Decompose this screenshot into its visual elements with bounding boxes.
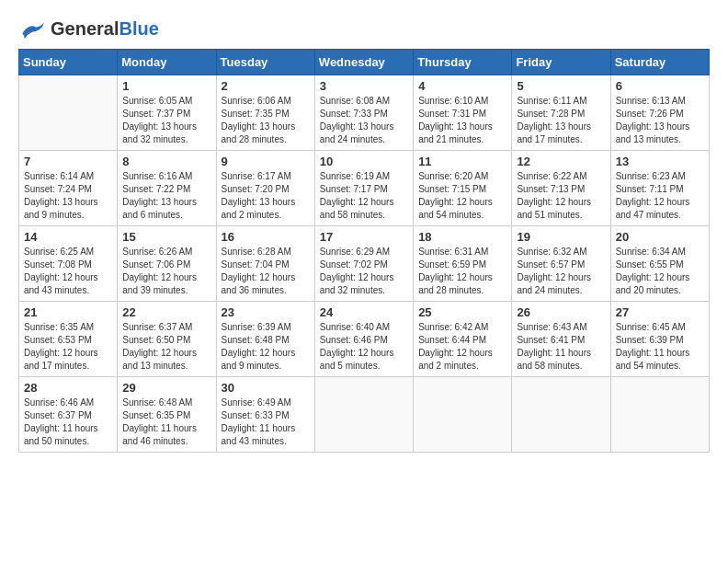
- calendar-cell: 26Sunrise: 6:43 AM Sunset: 6:41 PM Dayli…: [512, 302, 610, 377]
- day-number: 6: [616, 79, 704, 93]
- day-info: Sunrise: 6:26 AM Sunset: 7:06 PM Dayligh…: [122, 246, 210, 297]
- day-info: Sunrise: 6:29 AM Sunset: 7:02 PM Dayligh…: [320, 246, 408, 297]
- day-number: 25: [418, 305, 506, 319]
- calendar-cell: 18Sunrise: 6:31 AM Sunset: 6:59 PM Dayli…: [414, 226, 512, 302]
- week-row-4: 21Sunrise: 6:35 AM Sunset: 6:53 PM Dayli…: [19, 302, 710, 377]
- day-number: 21: [24, 305, 112, 319]
- calendar-cell: 24Sunrise: 6:40 AM Sunset: 6:46 PM Dayli…: [314, 302, 413, 377]
- calendar-cell: 5Sunrise: 6:11 AM Sunset: 7:28 PM Daylig…: [512, 75, 610, 151]
- day-number: 29: [122, 381, 210, 395]
- day-number: 8: [122, 155, 210, 168]
- day-number: 7: [24, 155, 112, 168]
- day-info: Sunrise: 6:46 AM Sunset: 6:37 PM Dayligh…: [24, 396, 112, 448]
- weekday-header-tuesday: Tuesday: [216, 50, 314, 75]
- calendar-cell: 25Sunrise: 6:42 AM Sunset: 6:44 PM Dayli…: [414, 302, 512, 377]
- day-number: 26: [517, 305, 605, 319]
- day-number: 22: [122, 305, 210, 319]
- weekday-header-friday: Friday: [512, 50, 610, 75]
- calendar-cell: 7Sunrise: 6:14 AM Sunset: 7:24 PM Daylig…: [19, 151, 118, 226]
- day-number: 5: [517, 79, 605, 93]
- logo: GeneralBlue: [18, 18, 159, 40]
- calendar-cell: [19, 75, 118, 151]
- day-info: Sunrise: 6:05 AM Sunset: 7:37 PM Dayligh…: [122, 95, 210, 146]
- calendar-cell: 23Sunrise: 6:39 AM Sunset: 6:48 PM Dayli…: [216, 302, 314, 377]
- day-info: Sunrise: 6:08 AM Sunset: 7:33 PM Dayligh…: [320, 95, 408, 146]
- day-number: 10: [320, 155, 408, 168]
- day-info: Sunrise: 6:31 AM Sunset: 6:59 PM Dayligh…: [418, 246, 506, 297]
- weekday-header-thursday: Thursday: [414, 50, 512, 75]
- day-number: 2: [222, 79, 310, 93]
- day-info: Sunrise: 6:32 AM Sunset: 6:57 PM Dayligh…: [517, 246, 605, 297]
- calendar-table: SundayMondayTuesdayWednesdayThursdayFrid…: [18, 49, 710, 453]
- day-info: Sunrise: 6:10 AM Sunset: 7:31 PM Dayligh…: [418, 95, 506, 146]
- logo-icon: [18, 20, 46, 39]
- day-info: Sunrise: 6:11 AM Sunset: 7:28 PM Dayligh…: [517, 95, 605, 146]
- calendar-cell: 3Sunrise: 6:08 AM Sunset: 7:33 PM Daylig…: [314, 75, 413, 151]
- day-info: Sunrise: 6:34 AM Sunset: 6:55 PM Dayligh…: [616, 246, 704, 297]
- day-info: Sunrise: 6:39 AM Sunset: 6:48 PM Dayligh…: [222, 321, 310, 373]
- day-info: Sunrise: 6:48 AM Sunset: 6:35 PM Dayligh…: [122, 396, 210, 448]
- calendar-cell: 21Sunrise: 6:35 AM Sunset: 6:53 PM Dayli…: [19, 302, 118, 377]
- day-number: 13: [616, 155, 704, 168]
- day-number: 23: [222, 305, 310, 319]
- day-number: 3: [320, 79, 408, 93]
- day-info: Sunrise: 6:43 AM Sunset: 6:41 PM Dayligh…: [517, 321, 605, 373]
- day-number: 14: [24, 230, 112, 244]
- calendar-cell: 15Sunrise: 6:26 AM Sunset: 7:06 PM Dayli…: [118, 226, 216, 302]
- calendar-cell: 16Sunrise: 6:28 AM Sunset: 7:04 PM Dayli…: [216, 226, 314, 302]
- week-row-2: 7Sunrise: 6:14 AM Sunset: 7:24 PM Daylig…: [19, 151, 710, 226]
- day-info: Sunrise: 6:06 AM Sunset: 7:35 PM Dayligh…: [222, 95, 310, 146]
- day-number: 19: [517, 230, 605, 244]
- weekday-header-monday: Monday: [118, 50, 216, 75]
- calendar-cell: 28Sunrise: 6:46 AM Sunset: 6:37 PM Dayli…: [19, 377, 118, 453]
- calendar-cell: 6Sunrise: 6:13 AM Sunset: 7:26 PM Daylig…: [610, 75, 709, 151]
- day-info: Sunrise: 6:35 AM Sunset: 6:53 PM Dayligh…: [24, 321, 112, 373]
- calendar-cell: 14Sunrise: 6:25 AM Sunset: 7:08 PM Dayli…: [19, 226, 118, 302]
- week-row-3: 14Sunrise: 6:25 AM Sunset: 7:08 PM Dayli…: [19, 226, 710, 302]
- weekday-header-row: SundayMondayTuesdayWednesdayThursdayFrid…: [19, 50, 710, 75]
- day-info: Sunrise: 6:13 AM Sunset: 7:26 PM Dayligh…: [616, 95, 704, 146]
- calendar-cell: 22Sunrise: 6:37 AM Sunset: 6:50 PM Dayli…: [118, 302, 216, 377]
- day-info: Sunrise: 6:37 AM Sunset: 6:50 PM Dayligh…: [122, 321, 210, 373]
- day-number: 12: [517, 155, 605, 168]
- calendar-cell: 1Sunrise: 6:05 AM Sunset: 7:37 PM Daylig…: [118, 75, 216, 151]
- day-info: Sunrise: 6:19 AM Sunset: 7:17 PM Dayligh…: [320, 170, 408, 222]
- calendar-cell: 2Sunrise: 6:06 AM Sunset: 7:35 PM Daylig…: [216, 75, 314, 151]
- calendar-cell: 11Sunrise: 6:20 AM Sunset: 7:15 PM Dayli…: [414, 151, 512, 226]
- day-info: Sunrise: 6:40 AM Sunset: 6:46 PM Dayligh…: [320, 321, 408, 373]
- calendar-cell: 13Sunrise: 6:23 AM Sunset: 7:11 PM Dayli…: [610, 151, 709, 226]
- day-number: 20: [616, 230, 704, 244]
- day-number: 28: [24, 381, 112, 395]
- day-info: Sunrise: 6:14 AM Sunset: 7:24 PM Dayligh…: [24, 170, 112, 222]
- weekday-header-sunday: Sunday: [19, 50, 118, 75]
- calendar-cell: 29Sunrise: 6:48 AM Sunset: 6:35 PM Dayli…: [118, 377, 216, 453]
- calendar-cell: 12Sunrise: 6:22 AM Sunset: 7:13 PM Dayli…: [512, 151, 610, 226]
- day-info: Sunrise: 6:16 AM Sunset: 7:22 PM Dayligh…: [122, 170, 210, 222]
- day-number: 16: [222, 230, 310, 244]
- page-header: GeneralBlue: [18, 18, 710, 40]
- day-info: Sunrise: 6:49 AM Sunset: 6:33 PM Dayligh…: [222, 396, 310, 448]
- day-number: 18: [418, 230, 506, 244]
- day-info: Sunrise: 6:22 AM Sunset: 7:13 PM Dayligh…: [517, 170, 605, 222]
- calendar-cell: [512, 377, 610, 453]
- calendar-cell: 20Sunrise: 6:34 AM Sunset: 6:55 PM Dayli…: [610, 226, 709, 302]
- day-number: 4: [418, 79, 506, 93]
- day-info: Sunrise: 6:25 AM Sunset: 7:08 PM Dayligh…: [24, 246, 112, 297]
- day-info: Sunrise: 6:23 AM Sunset: 7:11 PM Dayligh…: [616, 170, 704, 222]
- week-row-5: 28Sunrise: 6:46 AM Sunset: 6:37 PM Dayli…: [19, 377, 710, 453]
- day-info: Sunrise: 6:17 AM Sunset: 7:20 PM Dayligh…: [222, 170, 310, 222]
- calendar-cell: 9Sunrise: 6:17 AM Sunset: 7:20 PM Daylig…: [216, 151, 314, 226]
- day-number: 30: [222, 381, 310, 395]
- calendar-cell: 30Sunrise: 6:49 AM Sunset: 6:33 PM Dayli…: [216, 377, 314, 453]
- day-info: Sunrise: 6:20 AM Sunset: 7:15 PM Dayligh…: [418, 170, 506, 222]
- day-number: 1: [122, 79, 210, 93]
- day-number: 17: [320, 230, 408, 244]
- calendar-cell: 27Sunrise: 6:45 AM Sunset: 6:39 PM Dayli…: [610, 302, 709, 377]
- calendar-cell: [314, 377, 413, 453]
- logo-text-blue: Blue: [119, 18, 158, 39]
- calendar-cell: [414, 377, 512, 453]
- week-row-1: 1Sunrise: 6:05 AM Sunset: 7:37 PM Daylig…: [19, 75, 710, 151]
- logo-text-general: General: [51, 18, 119, 39]
- calendar-cell: 8Sunrise: 6:16 AM Sunset: 7:22 PM Daylig…: [118, 151, 216, 226]
- day-info: Sunrise: 6:28 AM Sunset: 7:04 PM Dayligh…: [222, 246, 310, 297]
